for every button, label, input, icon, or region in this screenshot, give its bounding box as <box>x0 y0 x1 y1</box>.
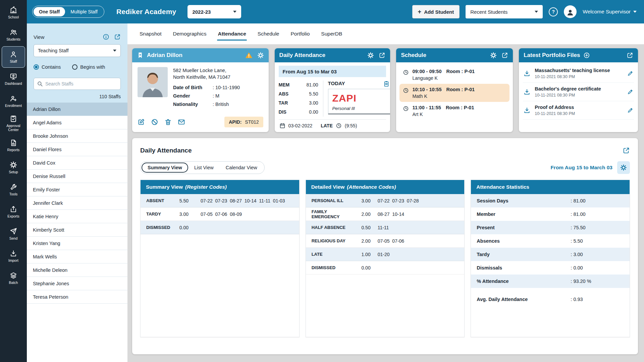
info-icon[interactable] <box>103 34 109 40</box>
list-item[interactable]: Emily Foster <box>27 183 127 196</box>
tab-list-view[interactable]: List View <box>188 163 220 173</box>
portfolio-file-row[interactable]: Bachelor's degree certificate10-11-2021 … <box>523 83 634 101</box>
today-label: TODAY <box>328 80 390 86</box>
list-item[interactable]: Kristen Yang <box>27 237 127 250</box>
sidebar-item-tools[interactable]: Tools <box>2 179 25 200</box>
list-item[interactable]: Jennifer Clark <box>27 196 127 210</box>
begins-with-radio[interactable] <box>72 64 77 70</box>
sidebar-item-label: Enrollment <box>4 104 22 108</box>
sidebar-item-label: School <box>7 15 19 19</box>
trash-icon[interactable] <box>164 118 172 126</box>
recent-students-dropdown[interactable]: Recent Students <box>466 5 543 18</box>
sidebar-item-send[interactable]: Send <box>2 223 25 245</box>
portfolio-file-row[interactable]: Proof of Address10-11-2021 08:30 PM <box>523 101 634 120</box>
list-item[interactable]: Denise Russell <box>27 170 127 183</box>
external-link-icon[interactable] <box>627 52 633 59</box>
list-item[interactable]: David Cox <box>27 156 127 170</box>
welcome-menu[interactable]: Welcome Supervisor <box>583 9 637 15</box>
multiple-staff-toggle[interactable]: Multiple Staff <box>65 7 103 16</box>
schedule-item[interactable]: 09:00 - 09:50Room : P-01Language K <box>399 66 509 84</box>
user-avatar[interactable] <box>564 5 577 18</box>
sidebar-item-approval-center[interactable]: Approval Center <box>2 113 25 134</box>
staff-name: Adrian Dillon <box>147 52 182 59</box>
help-icon[interactable]: ? <box>549 7 558 16</box>
tab-superdb[interactable]: SuperDB <box>320 23 343 44</box>
sidebar-item-exports[interactable]: Exports <box>2 201 25 223</box>
bookmark-icon[interactable] <box>137 52 144 59</box>
gear-icon[interactable] <box>367 52 374 59</box>
summary-view-pane: Summary View(Register Codes) ABSENT5.500… <box>140 180 300 337</box>
list-item[interactable]: Mark Wells <box>27 250 127 263</box>
tab-schedule[interactable]: Schedule <box>257 23 280 44</box>
mail-icon[interactable] <box>178 118 185 126</box>
sidebar-item-school[interactable]: School <box>2 2 25 23</box>
schedule-item[interactable]: 11:00 - 11:55Room : P-01Art K <box>399 102 509 120</box>
card-title: Schedule <box>401 52 426 59</box>
sidebar-item-enrollment[interactable]: Enrollment <box>2 90 25 112</box>
list-item[interactable]: Katie Henry <box>27 210 127 223</box>
sidebar-item-setup[interactable]: Setup <box>2 157 25 178</box>
list-item[interactable]: Daniel Flores <box>27 143 127 156</box>
contains-radio[interactable] <box>34 64 39 70</box>
one-staff-toggle[interactable]: One Staff <box>34 7 65 16</box>
tab-snapshot[interactable]: Snapshot <box>139 23 162 44</box>
pane-subtitle: (Attendance Codes) <box>347 184 396 190</box>
apid-label: APID: <box>229 119 241 125</box>
list-item[interactable]: Stephanie Jones <box>27 277 127 290</box>
tab-portfolio[interactable]: Portfolio <box>290 23 310 44</box>
sidebar-item-staff[interactable]: Staff <box>2 46 25 68</box>
pane-title: Summary View <box>146 184 183 190</box>
gear-icon[interactable] <box>257 52 264 59</box>
list-item[interactable]: Michelle Deleon <box>27 263 127 277</box>
list-item[interactable]: Kimberly Scott <box>27 223 127 237</box>
schedule-item-current[interactable]: 10:10 - 10:55Room : P-01Math K <box>399 84 509 102</box>
external-link-icon[interactable] <box>379 52 385 59</box>
note-edit-icon[interactable] <box>627 70 633 76</box>
external-link-icon[interactable] <box>623 147 630 154</box>
warning-icon[interactable] <box>245 52 253 59</box>
gear-icon[interactable] <box>490 52 497 59</box>
sidebar-item-batch[interactable]: Batch <box>2 267 25 289</box>
view-switcher: Summary View List View Calendar View <box>140 161 265 174</box>
search-input[interactable] <box>34 78 121 90</box>
external-link-icon[interactable] <box>501 52 508 59</box>
sidebar-item-reports[interactable]: Reports <box>2 135 25 156</box>
sidebar-item-import[interactable]: Import <box>2 245 25 267</box>
sidebar-item-label: Staff <box>9 60 17 64</box>
note-edit-icon[interactable] <box>627 107 633 113</box>
reports-icon <box>10 139 17 146</box>
detailed-row: RELIGIOUS DAY2.0007-05 07-06 <box>306 234 465 248</box>
clipboard-icon[interactable] <box>383 80 390 87</box>
statistic-row: Absences: 5.50 <box>471 234 630 248</box>
sidebar-item-dashboard[interactable]: Dashboard <box>2 68 25 90</box>
download-icon[interactable] <box>524 88 530 95</box>
note-edit-icon[interactable] <box>627 89 633 95</box>
download-icon[interactable] <box>524 70 530 77</box>
tab-attendance[interactable]: Attendance <box>217 23 247 44</box>
calendar-icon <box>279 123 285 129</box>
tab-summary-view[interactable]: Summary View <box>142 163 188 173</box>
school-year-dropdown[interactable]: 2022-23 <box>187 5 241 18</box>
download-icon[interactable] <box>524 107 530 114</box>
tab-demographics[interactable]: Demographics <box>172 23 207 44</box>
tab-calendar-view[interactable]: Calendar View <box>220 163 263 173</box>
sidebar-item-students[interactable]: Students <box>2 24 25 46</box>
list-item[interactable]: Angel Adams <box>27 116 127 129</box>
list-item[interactable]: Adrian Dillon <box>27 103 127 116</box>
staff-list: Adrian Dillon Angel Adams Brooke Johnson… <box>27 103 127 362</box>
plus-circle-icon[interactable] <box>583 52 590 59</box>
sidebar-item-label: Setup <box>8 170 18 174</box>
list-item[interactable]: Teresa Peterson <box>27 290 127 304</box>
sidebar-item-label: Approval Center <box>2 124 25 132</box>
range-settings-button[interactable] <box>617 161 630 174</box>
external-link-icon[interactable] <box>114 34 121 40</box>
portfolio-file-row[interactable]: Massachusetts' teaching license10-11-202… <box>523 64 634 83</box>
clock-icon <box>336 123 342 129</box>
edit-icon[interactable] <box>138 118 145 126</box>
school-icon <box>10 6 17 14</box>
add-student-button[interactable]: + Add Student <box>412 5 460 18</box>
block-icon[interactable] <box>151 118 158 126</box>
list-item[interactable]: Brooke Johnson <box>27 129 127 143</box>
chevron-down-icon <box>113 50 116 52</box>
view-dropdown[interactable]: Teaching Staff <box>34 44 121 57</box>
